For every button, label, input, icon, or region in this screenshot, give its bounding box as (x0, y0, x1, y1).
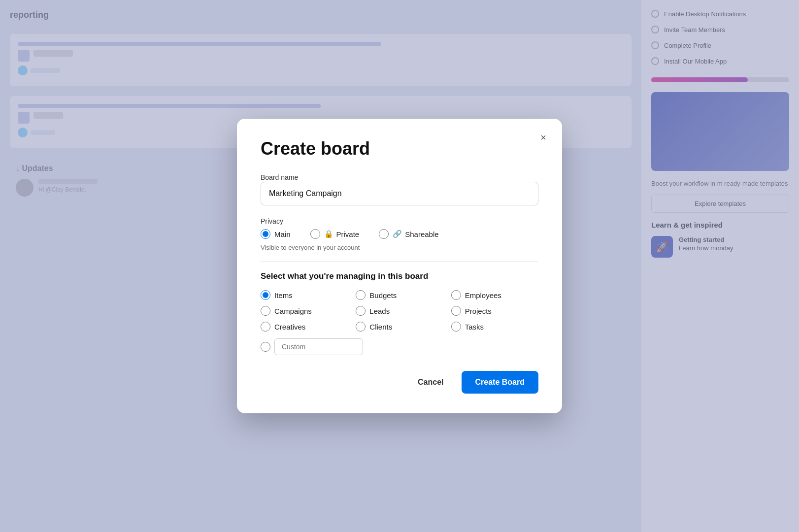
privacy-shareable-label: 🔗 Shareable (393, 230, 438, 238)
modal-footer: Cancel Create Board (261, 371, 538, 394)
privacy-shareable-radio[interactable] (379, 229, 389, 239)
create-board-modal: × Create board Board name Privacy Main 🔒… (237, 119, 562, 413)
managing-clients-label: Clients (369, 323, 392, 331)
managing-projects-label: Projects (465, 307, 492, 315)
privacy-hint: Visible to everyone in your account (261, 244, 538, 251)
privacy-shareable-option[interactable]: 🔗 Shareable (379, 229, 438, 239)
privacy-main-label: Main (274, 230, 291, 238)
privacy-private-radio[interactable] (310, 229, 320, 239)
privacy-label: Privacy (261, 217, 538, 225)
managing-title: Select what you're managing in this boar… (261, 271, 538, 281)
managing-campaigns-option[interactable]: Campaigns (261, 306, 348, 316)
modal-title: Create board (261, 138, 538, 159)
managing-items-option[interactable]: Items (261, 290, 348, 300)
lock-icon: 🔒 (324, 230, 333, 238)
managing-campaigns-label: Campaigns (274, 307, 312, 315)
create-board-button[interactable]: Create Board (462, 371, 538, 394)
managing-employees-label: Employees (465, 291, 501, 299)
managing-projects-option[interactable]: Projects (451, 306, 538, 316)
managing-budgets-option[interactable]: Budgets (356, 290, 443, 300)
managing-leads-option[interactable]: Leads (356, 306, 443, 316)
managing-budgets-radio[interactable] (356, 290, 366, 300)
managing-creatives-radio[interactable] (261, 322, 270, 332)
managing-clients-option[interactable]: Clients (356, 322, 443, 332)
managing-section: Select what you're managing in this boar… (261, 271, 538, 355)
managing-tasks-radio[interactable] (451, 322, 461, 332)
managing-creatives-label: Creatives (274, 323, 305, 331)
managing-items-radio[interactable] (261, 290, 270, 300)
close-button[interactable]: × (534, 129, 552, 146)
managing-employees-option[interactable]: Employees (451, 290, 538, 300)
managing-budgets-label: Budgets (369, 291, 397, 299)
custom-row (261, 338, 538, 355)
managing-custom-radio[interactable] (261, 342, 270, 352)
managing-tasks-label: Tasks (465, 323, 484, 331)
share-icon: 🔗 (393, 230, 402, 238)
managing-leads-label: Leads (369, 307, 390, 315)
managing-campaigns-radio[interactable] (261, 306, 270, 316)
managing-creatives-option[interactable]: Creatives (261, 322, 348, 332)
privacy-private-option[interactable]: 🔒 Private (310, 229, 360, 239)
managing-leads-radio[interactable] (356, 306, 366, 316)
managing-grid: Items Budgets Employees Campaigns L (261, 290, 538, 332)
board-name-label: Board name (261, 173, 298, 181)
managing-clients-radio[interactable] (356, 322, 366, 332)
privacy-main-option[interactable]: Main (261, 229, 291, 239)
privacy-options: Main 🔒 Private 🔗 Shareable (261, 229, 538, 239)
managing-tasks-option[interactable]: Tasks (451, 322, 538, 332)
privacy-main-radio[interactable] (261, 229, 270, 239)
close-icon: × (540, 132, 546, 143)
managing-employees-radio[interactable] (451, 290, 461, 300)
cancel-button[interactable]: Cancel (408, 372, 453, 393)
managing-projects-radio[interactable] (451, 306, 461, 316)
privacy-private-label: 🔒 Private (324, 230, 360, 238)
custom-input[interactable] (274, 338, 363, 355)
board-name-input[interactable] (261, 182, 538, 205)
managing-items-label: Items (274, 291, 293, 299)
section-divider (261, 261, 538, 262)
privacy-section: Privacy Main 🔒 Private 🔗 (261, 217, 538, 251)
